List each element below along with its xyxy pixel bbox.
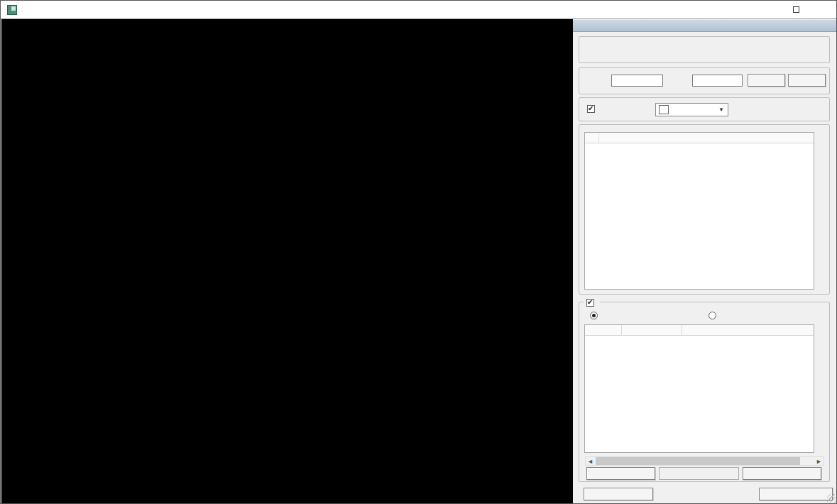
column-divider (682, 325, 682, 336)
single-marker-radio[interactable] (590, 312, 598, 319)
via-color-dropdown[interactable]: ▼ (655, 103, 728, 116)
scroll-right-icon[interactable]: ► (814, 457, 824, 465)
pcb-plot (1, 19, 573, 504)
horizontal-scrollbar[interactable]: ◄ ► (585, 456, 824, 466)
view-control-panel: ▼ (573, 19, 837, 504)
scrollbar-thumb[interactable] (596, 457, 800, 465)
minimize-button[interactable] (755, 1, 782, 18)
display-control-group: ▼ (579, 97, 830, 121)
value-range-group (579, 67, 830, 94)
maximize-icon (793, 6, 799, 13)
view-type-group (579, 36, 830, 63)
default-button[interactable] (788, 74, 826, 87)
display-marker-checkbox[interactable] (586, 299, 594, 307)
panel-caption (573, 20, 836, 32)
close-button[interactable] (759, 488, 833, 500)
cancel-button[interactable] (659, 467, 739, 480)
apply-button[interactable] (748, 74, 785, 87)
layers-group (579, 124, 830, 295)
resize-grip[interactable] (827, 494, 836, 503)
app-window: ▼ (0, 0, 837, 504)
layers-list[interactable] (584, 132, 814, 290)
app-icon (7, 5, 17, 15)
marker-table-header (585, 325, 814, 336)
max-input[interactable] (692, 75, 743, 87)
remove-button[interactable] (743, 467, 821, 480)
add-marker-button[interactable] (586, 467, 655, 480)
scroll-left-icon[interactable]: ◄ (586, 457, 595, 465)
delta-marker-radio[interactable] (709, 312, 716, 319)
pcb-canvas[interactable] (1, 19, 573, 504)
display-marker-title (584, 297, 600, 307)
layers-list-header (585, 133, 814, 143)
display-marker-group: ◄ ► (579, 302, 830, 482)
min-input[interactable] (611, 75, 663, 87)
maximize-button[interactable] (782, 1, 809, 18)
chevron-down-icon: ▼ (718, 106, 724, 113)
layers-checkbox-column (585, 133, 599, 143)
title-bar (1, 1, 836, 19)
column-divider (621, 325, 622, 336)
excel-report-button[interactable] (584, 488, 653, 500)
marker-table[interactable] (584, 324, 814, 453)
via-display-checkbox[interactable] (587, 105, 595, 113)
close-window-button[interactable] (809, 1, 836, 18)
via-color-swatch (659, 105, 669, 114)
